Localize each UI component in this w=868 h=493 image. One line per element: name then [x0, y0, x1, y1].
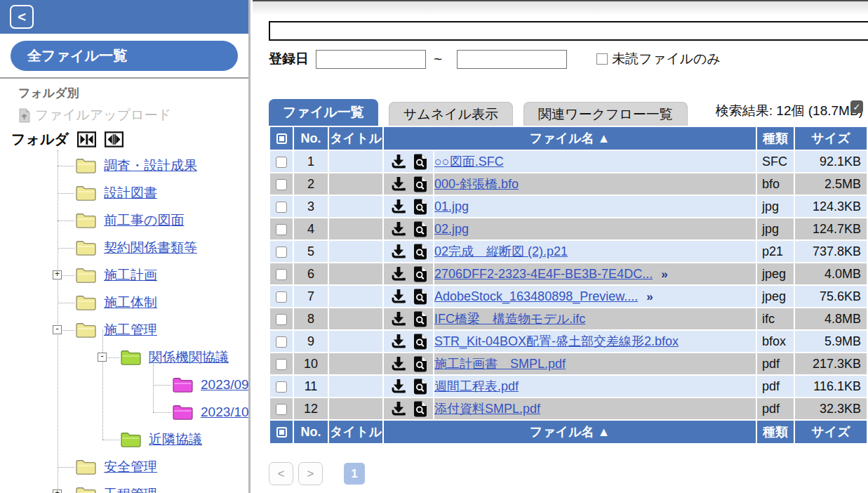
- folder-link-近隣協議[interactable]: 近隣協議: [149, 430, 202, 449]
- file-link[interactable]: 週間工程表.pdf: [434, 379, 519, 393]
- folder-link-工程管理[interactable]: 工程管理: [104, 485, 157, 493]
- folder-link-施工管理[interactable]: 施工管理: [104, 321, 157, 339]
- row-checkbox[interactable]: [276, 381, 287, 393]
- folder-link-安全管理[interactable]: 安全管理: [104, 458, 157, 476]
- header-size[interactable]: サイズ: [795, 127, 867, 150]
- tab-サムネイル表示[interactable]: サムネイル表示: [389, 102, 513, 126]
- row-checkbox[interactable]: [276, 404, 287, 415]
- document-magnifier-icon[interactable]: [413, 355, 428, 372]
- file-link[interactable]: 施工計画書 SMPL.pdf: [434, 357, 566, 371]
- document-magnifier-icon[interactable]: [413, 221, 428, 237]
- tab-ファイル一覧[interactable]: ファイル一覧: [269, 99, 378, 126]
- select-all-checked-checkbox[interactable]: ✓: [850, 100, 863, 113]
- header-type[interactable]: 種類: [757, 127, 794, 150]
- row-checkbox[interactable]: [276, 224, 287, 235]
- folder-tree-item: + 工程管理: [0, 480, 248, 493]
- footer-no[interactable]: No.: [294, 421, 328, 443]
- tree-expander-toggle[interactable]: -: [98, 353, 107, 362]
- file-link[interactable]: STR_Kit-04BOX配置-盛土部交差線形2.bfox: [434, 334, 679, 348]
- folder-link-設計図書[interactable]: 設計図書: [104, 184, 157, 202]
- folder-link-2023/10[interactable]: 2023/10: [201, 405, 249, 420]
- tree-expander-toggle[interactable]: +: [53, 270, 62, 280]
- row-checkbox[interactable]: [276, 246, 287, 258]
- header-title[interactable]: タイトル: [329, 127, 382, 150]
- select-all-footer-checkbox[interactable]: [276, 427, 287, 438]
- document-magnifier-icon[interactable]: [413, 310, 428, 327]
- folder-link-施工体制[interactable]: 施工体制: [104, 294, 157, 312]
- folder-link-関係機関協議[interactable]: 関係機関協議: [149, 348, 229, 367]
- download-tray-icon[interactable]: [389, 378, 408, 395]
- download-tray-icon[interactable]: [389, 288, 408, 305]
- prev-page-button[interactable]: <: [269, 462, 293, 485]
- file-upload-link-disabled[interactable]: ファイルアップロード: [0, 101, 248, 124]
- folder-link-2023/09[interactable]: 2023/09: [201, 377, 249, 393]
- folder-icon: [171, 376, 194, 393]
- filename-truncated-marker[interactable]: »: [646, 290, 653, 303]
- file-link[interactable]: AdobeStock_163480898_Preview....: [434, 289, 638, 303]
- row-checkbox[interactable]: [276, 291, 287, 303]
- document-magnifier-icon[interactable]: [413, 400, 428, 417]
- keyword-search-input[interactable]: [269, 21, 868, 41]
- folder-link-契約関係書類等[interactable]: 契約関係書類等: [104, 239, 197, 257]
- document-magnifier-icon[interactable]: [413, 378, 428, 395]
- folder-link-調査・設計成果[interactable]: 調査・設計成果: [104, 157, 197, 175]
- download-tray-icon[interactable]: [389, 176, 408, 192]
- footer-type[interactable]: 種類: [757, 421, 794, 443]
- footer-size[interactable]: サイズ: [795, 421, 867, 443]
- header-filename-sort[interactable]: ファイル名 ▲: [384, 127, 756, 150]
- file-link[interactable]: ○○図面.SFC: [434, 155, 504, 169]
- document-magnifier-icon[interactable]: [413, 198, 428, 215]
- document-magnifier-icon[interactable]: [413, 176, 428, 192]
- folder-link-前工事の図面[interactable]: 前工事の図面: [104, 211, 184, 230]
- row-checkbox[interactable]: [276, 202, 287, 213]
- file-link[interactable]: 02.jpg: [434, 222, 469, 236]
- row-checkbox[interactable]: [276, 314, 287, 325]
- document-magnifier-icon[interactable]: [413, 153, 428, 170]
- row-checkbox[interactable]: [276, 269, 287, 280]
- file-link[interactable]: 添付資料SMPL.pdf: [434, 402, 540, 416]
- folder-link-施工計画[interactable]: 施工計画: [104, 266, 157, 284]
- tree-expander-toggle[interactable]: -: [53, 325, 62, 334]
- date-from-input[interactable]: [316, 50, 426, 69]
- file-link[interactable]: 2706DFF2-2323-4E4F-BE3B-7E4DC...: [434, 267, 653, 281]
- tree-expander-toggle[interactable]: +: [53, 489, 62, 493]
- collapse-horizontal-icon[interactable]: [77, 131, 96, 147]
- download-tray-icon[interactable]: [389, 153, 408, 170]
- footer-title[interactable]: タイトル: [329, 421, 382, 443]
- date-to-input[interactable]: [457, 50, 567, 69]
- table-row: 1 ○○図面.SFC SFC 92.1KB: [270, 151, 867, 172]
- document-magnifier-icon[interactable]: [413, 265, 428, 282]
- download-tray-icon[interactable]: [389, 333, 408, 350]
- tab-関連ワークフロー一覧[interactable]: 関連ワークフロー一覧: [523, 102, 688, 126]
- download-tray-icon[interactable]: [389, 221, 408, 237]
- document-magnifier-icon[interactable]: [413, 333, 428, 350]
- select-all-header-checkbox[interactable]: [276, 133, 287, 144]
- next-page-button[interactable]: >: [298, 462, 323, 485]
- download-tray-icon[interactable]: [389, 355, 408, 372]
- back-button[interactable]: <: [10, 5, 34, 29]
- row-checkbox[interactable]: [276, 157, 287, 168]
- all-files-button[interactable]: 全ファイル一覧: [11, 41, 238, 71]
- expand-horizontal-icon[interactable]: [105, 131, 123, 147]
- file-link[interactable]: 000-斜張橋.bfo: [434, 177, 519, 191]
- download-tray-icon[interactable]: [389, 243, 408, 260]
- current-page-button[interactable]: 1: [344, 463, 365, 485]
- document-magnifier-icon[interactable]: [413, 288, 428, 305]
- file-link[interactable]: 01.jpg: [434, 199, 469, 213]
- row-checkbox[interactable]: [276, 359, 287, 370]
- registered-date-label: 登録日: [269, 50, 309, 68]
- footer-filename-sort[interactable]: ファイル名 ▲: [384, 421, 756, 443]
- row-checkbox[interactable]: [276, 179, 287, 190]
- header-no[interactable]: No.: [294, 127, 328, 150]
- download-tray-icon[interactable]: [389, 198, 408, 215]
- download-tray-icon[interactable]: [389, 400, 408, 417]
- row-checkbox[interactable]: [276, 336, 287, 348]
- download-tray-icon[interactable]: [389, 265, 408, 282]
- download-tray-icon[interactable]: [389, 310, 408, 327]
- document-magnifier-icon[interactable]: [413, 243, 428, 260]
- file-link[interactable]: IFC橋梁 構造物モデル.ifc: [434, 312, 585, 326]
- filename-truncated-marker[interactable]: »: [661, 268, 667, 281]
- table-row: 8 IFC橋梁 構造物モデル.ifc ifc 4.8M: [270, 308, 867, 329]
- file-link[interactable]: 02完成 縦断図 (2).p21: [434, 244, 568, 258]
- unread-only-checkbox[interactable]: [596, 53, 608, 65]
